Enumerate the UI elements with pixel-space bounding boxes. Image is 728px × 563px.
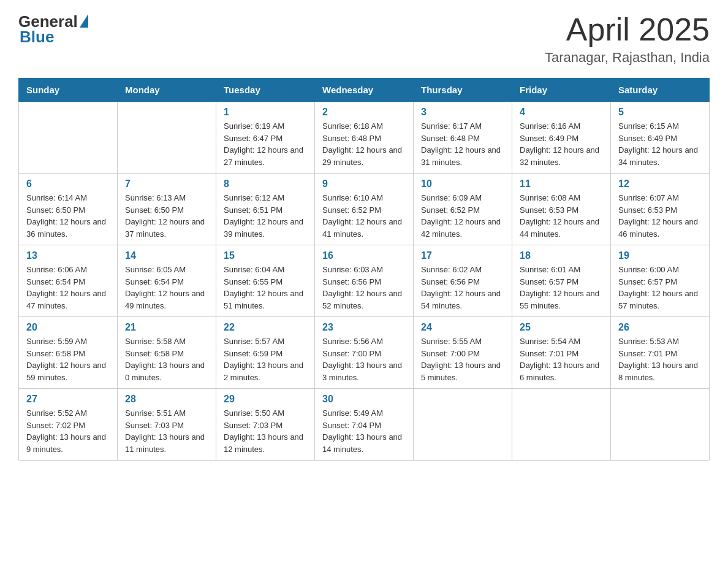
calendar-cell: 17Sunrise: 6:02 AMSunset: 6:56 PMDayligh…	[414, 245, 512, 317]
calendar-cell: 19Sunrise: 6:00 AMSunset: 6:57 PMDayligh…	[611, 245, 710, 317]
day-number: 26	[618, 322, 702, 333]
calendar-cell	[118, 102, 216, 174]
calendar-cell: 21Sunrise: 5:58 AMSunset: 6:58 PMDayligh…	[118, 317, 216, 389]
day-number: 27	[26, 394, 110, 405]
day-info: Sunrise: 6:06 AMSunset: 6:54 PMDaylight:…	[26, 264, 110, 312]
day-number: 6	[26, 178, 110, 190]
calendar-cell: 11Sunrise: 6:08 AMSunset: 6:53 PMDayligh…	[512, 174, 611, 245]
header-row: SundayMondayTuesdayWednesdayThursdayFrid…	[19, 79, 710, 102]
logo: General Blue	[18, 12, 88, 47]
day-number: 20	[26, 322, 110, 333]
day-info: Sunrise: 6:08 AMSunset: 6:53 PMDaylight:…	[520, 192, 603, 240]
day-number: 21	[125, 322, 208, 333]
day-number: 1	[224, 107, 307, 118]
day-number: 14	[125, 250, 208, 261]
day-info: Sunrise: 6:00 AMSunset: 6:57 PMDaylight:…	[618, 264, 702, 312]
calendar-body: 1Sunrise: 6:19 AMSunset: 6:47 PMDaylight…	[19, 102, 710, 461]
calendar-cell: 18Sunrise: 6:01 AMSunset: 6:57 PMDayligh…	[512, 245, 611, 317]
day-header-saturday: Saturday	[611, 79, 710, 102]
day-header-tuesday: Tuesday	[216, 79, 315, 102]
day-info: Sunrise: 5:59 AMSunset: 6:58 PMDaylight:…	[26, 335, 110, 383]
calendar-cell: 5Sunrise: 6:15 AMSunset: 6:49 PMDaylight…	[611, 102, 710, 174]
day-info: Sunrise: 6:13 AMSunset: 6:50 PMDaylight:…	[125, 192, 208, 240]
calendar-cell: 24Sunrise: 5:55 AMSunset: 7:00 PMDayligh…	[414, 317, 512, 389]
week-row-2: 6Sunrise: 6:14 AMSunset: 6:50 PMDaylight…	[19, 174, 710, 245]
day-number: 17	[421, 250, 504, 261]
day-info: Sunrise: 5:58 AMSunset: 6:58 PMDaylight:…	[125, 335, 208, 383]
day-number: 22	[224, 322, 307, 333]
calendar-cell: 28Sunrise: 5:51 AMSunset: 7:03 PMDayligh…	[118, 389, 216, 461]
day-info: Sunrise: 6:17 AMSunset: 6:48 PMDaylight:…	[421, 120, 504, 168]
day-number: 15	[224, 250, 307, 261]
day-number: 18	[520, 250, 603, 261]
day-info: Sunrise: 6:15 AMSunset: 6:49 PMDaylight:…	[618, 120, 702, 168]
day-number: 7	[125, 178, 208, 190]
day-info: Sunrise: 6:14 AMSunset: 6:50 PMDaylight:…	[26, 192, 110, 240]
calendar-cell: 3Sunrise: 6:17 AMSunset: 6:48 PMDaylight…	[414, 102, 512, 174]
calendar-cell: 30Sunrise: 5:49 AMSunset: 7:04 PMDayligh…	[315, 389, 414, 461]
day-number: 4	[520, 107, 603, 118]
day-info: Sunrise: 6:19 AMSunset: 6:47 PMDaylight:…	[224, 120, 307, 168]
day-info: Sunrise: 5:53 AMSunset: 7:01 PMDaylight:…	[618, 335, 702, 383]
calendar-cell: 22Sunrise: 5:57 AMSunset: 6:59 PMDayligh…	[216, 317, 315, 389]
location-subtitle: Taranagar, Rajasthan, India	[545, 50, 710, 66]
day-header-wednesday: Wednesday	[315, 79, 414, 102]
day-info: Sunrise: 5:57 AMSunset: 6:59 PMDaylight:…	[224, 335, 307, 383]
day-info: Sunrise: 5:55 AMSunset: 7:00 PMDaylight:…	[421, 335, 504, 383]
calendar-cell: 23Sunrise: 5:56 AMSunset: 7:00 PMDayligh…	[315, 317, 414, 389]
day-info: Sunrise: 6:02 AMSunset: 6:56 PMDaylight:…	[421, 264, 504, 312]
calendar-header: SundayMondayTuesdayWednesdayThursdayFrid…	[19, 79, 710, 102]
calendar-cell	[611, 389, 710, 461]
day-info: Sunrise: 5:52 AMSunset: 7:02 PMDaylight:…	[26, 407, 110, 455]
day-info: Sunrise: 6:05 AMSunset: 6:54 PMDaylight:…	[125, 264, 208, 312]
calendar-cell	[414, 389, 512, 461]
day-number: 16	[322, 250, 406, 261]
calendar-cell: 15Sunrise: 6:04 AMSunset: 6:55 PMDayligh…	[216, 245, 315, 317]
day-number: 3	[421, 107, 504, 118]
day-number: 9	[322, 178, 406, 190]
calendar-cell: 20Sunrise: 5:59 AMSunset: 6:58 PMDayligh…	[19, 317, 118, 389]
day-number: 30	[322, 394, 406, 405]
calendar-table: SundayMondayTuesdayWednesdayThursdayFrid…	[18, 78, 710, 461]
calendar-cell: 27Sunrise: 5:52 AMSunset: 7:02 PMDayligh…	[19, 389, 118, 461]
day-number: 11	[520, 178, 603, 190]
day-number: 10	[421, 178, 504, 190]
page-header: General Blue April 2025 Taranagar, Rajas…	[18, 12, 710, 66]
day-info: Sunrise: 6:07 AMSunset: 6:53 PMDaylight:…	[618, 192, 702, 240]
calendar-cell: 16Sunrise: 6:03 AMSunset: 6:56 PMDayligh…	[315, 245, 414, 317]
day-number: 5	[618, 107, 702, 118]
calendar-cell: 12Sunrise: 6:07 AMSunset: 6:53 PMDayligh…	[611, 174, 710, 245]
logo-blue-text: Blue	[20, 28, 54, 47]
title-area: April 2025 Taranagar, Rajasthan, India	[545, 12, 710, 66]
day-number: 2	[322, 107, 406, 118]
logo-triangle-icon	[80, 14, 88, 28]
day-info: Sunrise: 6:12 AMSunset: 6:51 PMDaylight:…	[224, 192, 307, 240]
day-number: 29	[224, 394, 307, 405]
day-info: Sunrise: 5:56 AMSunset: 7:00 PMDaylight:…	[322, 335, 406, 383]
day-info: Sunrise: 6:09 AMSunset: 6:52 PMDaylight:…	[421, 192, 504, 240]
calendar-cell	[19, 102, 118, 174]
day-info: Sunrise: 6:16 AMSunset: 6:49 PMDaylight:…	[520, 120, 603, 168]
day-info: Sunrise: 5:50 AMSunset: 7:03 PMDaylight:…	[224, 407, 307, 455]
day-info: Sunrise: 6:03 AMSunset: 6:56 PMDaylight:…	[322, 264, 406, 312]
day-number: 25	[520, 322, 603, 333]
day-header-thursday: Thursday	[414, 79, 512, 102]
day-header-monday: Monday	[118, 79, 216, 102]
day-info: Sunrise: 6:18 AMSunset: 6:48 PMDaylight:…	[322, 120, 406, 168]
day-number: 8	[224, 178, 307, 190]
day-info: Sunrise: 5:51 AMSunset: 7:03 PMDaylight:…	[125, 407, 208, 455]
day-info: Sunrise: 5:49 AMSunset: 7:04 PMDaylight:…	[322, 407, 406, 455]
calendar-cell: 10Sunrise: 6:09 AMSunset: 6:52 PMDayligh…	[414, 174, 512, 245]
calendar-cell: 1Sunrise: 6:19 AMSunset: 6:47 PMDaylight…	[216, 102, 315, 174]
calendar-cell: 7Sunrise: 6:13 AMSunset: 6:50 PMDaylight…	[118, 174, 216, 245]
day-info: Sunrise: 5:54 AMSunset: 7:01 PMDaylight:…	[520, 335, 603, 383]
week-row-5: 27Sunrise: 5:52 AMSunset: 7:02 PMDayligh…	[19, 389, 710, 461]
calendar-cell: 13Sunrise: 6:06 AMSunset: 6:54 PMDayligh…	[19, 245, 118, 317]
day-number: 13	[26, 250, 110, 261]
day-number: 19	[618, 250, 702, 261]
calendar-cell: 29Sunrise: 5:50 AMSunset: 7:03 PMDayligh…	[216, 389, 315, 461]
day-number: 12	[618, 178, 702, 190]
day-header-friday: Friday	[512, 79, 611, 102]
calendar-cell: 2Sunrise: 6:18 AMSunset: 6:48 PMDaylight…	[315, 102, 414, 174]
day-number: 23	[322, 322, 406, 333]
